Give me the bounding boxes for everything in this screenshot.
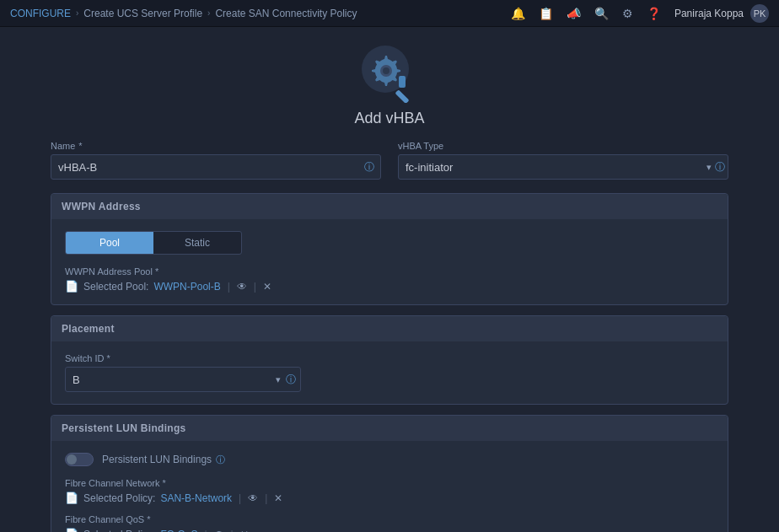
persistent-lun-toggle-label: Persistent LUN Bindings ⓘ — [102, 454, 225, 466]
persistent-lun-toggle-row: Persistent LUN Bindings ⓘ — [65, 453, 714, 466]
search-icon[interactable]: 🔍 — [594, 7, 609, 20]
fc-network-remove-icon[interactable]: ✕ — [274, 492, 282, 504]
toggle-label-text: Persistent LUN Bindings — [102, 454, 212, 465]
breadcrumb-chevron-2: › — [207, 8, 210, 18]
fc-qos-selected-value[interactable]: FC-QoS — [160, 529, 197, 533]
persistent-lun-section-body: Persistent LUN Bindings ⓘ Fibre Channel … — [51, 441, 728, 532]
persistent-lun-section-title: Persistent LUN Bindings — [62, 422, 186, 434]
placement-section: Placement Switch ID * B A None ▾ ⓘ — [51, 315, 728, 405]
vhba-type-info-icon[interactable]: ⓘ — [715, 160, 725, 175]
vhba-type-select[interactable]: fc-initiator — [398, 154, 728, 180]
persistent-lun-info-icon[interactable]: ⓘ — [216, 454, 225, 466]
nav-icons: 🔔 📋 📣 🔍 ⚙ ❓ — [511, 7, 661, 20]
page-header: Add vHBA — [51, 27, 728, 141]
vhba-type-label: vHBA Type — [398, 141, 728, 151]
megaphone-icon[interactable]: 📣 — [567, 7, 581, 20]
gear-wrench-icon — [360, 44, 419, 103]
clipboard-icon[interactable]: 📋 — [539, 7, 553, 20]
pool-selected-value[interactable]: WWPN-Pool-B — [153, 281, 220, 293]
wwpn-section-header: WWPN Address — [51, 194, 728, 219]
top-navigation: CONFIGURE › Create UCS Server Profile › … — [0, 0, 779, 27]
persistent-lun-toggle[interactable] — [65, 453, 94, 466]
help-icon[interactable]: ❓ — [647, 7, 661, 20]
fc-qos-divider: | — [204, 529, 207, 533]
name-field: Name * ⓘ — [51, 141, 381, 180]
fc-network-selected-value[interactable]: SAN-B-Network — [160, 492, 232, 504]
pool-eye-icon[interactable]: 👁 — [237, 281, 247, 293]
svg-rect-4 — [399, 76, 406, 88]
fc-network-selected-item: 📄 Selected Policy: SAN-B-Network | 👁 | ✕ — [65, 492, 714, 504]
name-input[interactable] — [51, 154, 381, 180]
name-info-icon[interactable]: ⓘ — [364, 160, 374, 175]
tab-static[interactable]: Static — [153, 232, 241, 254]
fc-network-eye-icon[interactable]: 👁 — [248, 492, 258, 504]
toggle-knob — [67, 454, 77, 465]
wwpn-section: WWPN Address Pool Static WWPN Address Po… — [51, 193, 728, 305]
bell-icon[interactable]: 🔔 — [511, 7, 525, 20]
name-type-row: Name * ⓘ vHBA Type fc-initiator ▾ ⓘ — [51, 141, 728, 180]
header-icon-area — [360, 44, 419, 103]
placement-section-body: Switch ID * B A None ▾ ⓘ — [51, 341, 728, 404]
persistent-lun-section: Persistent LUN Bindings Persistent LUN B… — [51, 415, 728, 532]
switch-id-select[interactable]: B A None — [65, 367, 301, 392]
wwpn-tab-toggle: Pool Static — [65, 231, 242, 255]
placement-section-title: Placement — [62, 323, 115, 335]
pool-label: WWPN Address Pool * — [65, 266, 714, 277]
breadcrumb-item-1[interactable]: Create UCS Server Profile — [83, 8, 202, 19]
user-info: Paniraja Koppa PK — [674, 4, 769, 23]
pool-policy-icon: 📄 — [65, 280, 78, 293]
placement-section-header: Placement — [51, 316, 728, 341]
breadcrumb-item-2: Create SAN Connectivity Policy — [215, 8, 357, 19]
fc-qos-label: Fibre Channel QoS * — [65, 514, 714, 524]
avatar: PK — [750, 4, 769, 23]
svg-point-2 — [383, 67, 390, 74]
main-content: Add vHBA Name * ⓘ vHBA Type fc-initiator… — [0, 27, 779, 532]
fc-qos-eye-icon[interactable]: 👁 — [214, 529, 224, 533]
fc-qos-selected-item: 📄 Selected Policy: FC-QoS | 👁 | ✕ — [65, 528, 714, 532]
switch-id-select-wrapper: B A None ▾ ⓘ — [65, 367, 301, 392]
tab-pool[interactable]: Pool — [66, 232, 153, 254]
fc-qos-policy-icon: 📄 — [65, 528, 78, 532]
vhba-type-select-wrapper: fc-initiator ▾ ⓘ — [398, 154, 728, 180]
fc-qos-divider-2: | — [231, 529, 234, 533]
settings-icon[interactable]: ⚙ — [622, 7, 633, 20]
name-required: * — [78, 141, 82, 151]
configure-link[interactable]: CONFIGURE — [10, 8, 71, 19]
vhba-type-field: vHBA Type fc-initiator ▾ ⓘ — [398, 141, 728, 180]
fc-network-policy-icon: 📄 — [65, 492, 78, 504]
persistent-lun-section-header: Persistent LUN Bindings — [51, 416, 728, 441]
user-name: Paniraja Koppa — [674, 8, 744, 19]
switch-id-label: Switch ID * — [65, 353, 714, 363]
pool-selected-item: 📄 Selected Pool: WWPN-Pool-B | 👁 | ✕ — [65, 280, 714, 293]
page-title: Add vHBA — [354, 110, 424, 127]
fc-network-divider-2: | — [265, 492, 267, 504]
fc-qos-selected-label: Selected Policy: — [83, 529, 155, 533]
fc-network-selected-label: Selected Policy: — [83, 492, 155, 504]
fc-network-divider: | — [239, 492, 241, 504]
fc-qos-remove-icon[interactable]: ✕ — [240, 529, 249, 533]
wwpn-section-title: WWPN Address — [62, 201, 141, 212]
breadcrumb-chevron-1: › — [76, 8, 78, 18]
pool-divider-2: | — [254, 281, 256, 293]
pool-remove-icon[interactable]: ✕ — [263, 281, 271, 293]
name-label: Name * — [51, 141, 381, 151]
fc-network-label: Fibre Channel Network * — [65, 478, 714, 488]
svg-rect-3 — [395, 89, 410, 103]
wwpn-section-body: Pool Static WWPN Address Pool * 📄 Select… — [51, 219, 728, 304]
switch-id-info-icon[interactable]: ⓘ — [286, 373, 296, 387]
pool-selected-label: Selected Pool: — [83, 281, 148, 293]
name-input-wrapper: ⓘ — [51, 154, 381, 180]
pool-divider: | — [228, 281, 230, 293]
breadcrumb: CONFIGURE › Create UCS Server Profile › … — [10, 8, 511, 19]
